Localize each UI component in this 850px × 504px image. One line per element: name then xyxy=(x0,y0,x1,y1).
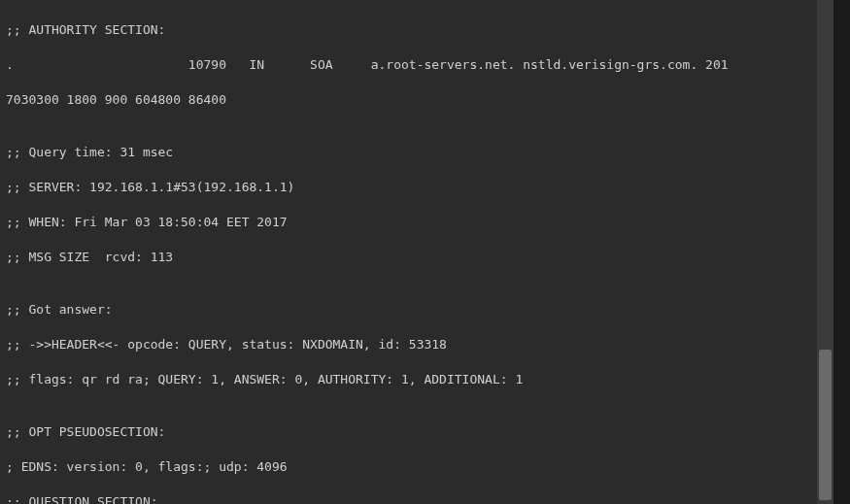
output-line: ;; OPT PSEUDOSECTION: xyxy=(6,423,828,441)
output-line: ;; MSG SIZE rcvd: 113 xyxy=(6,249,828,266)
output-line: ;; flags: qr rd ra; QUERY: 1, ANSWER: 0,… xyxy=(6,371,828,388)
output-line: ;; AUTHORITY SECTION: xyxy=(6,21,828,39)
output-line: 7030300 1800 900 604800 86400 xyxy=(6,91,828,109)
output-line: ;; Query time: 31 msec xyxy=(6,144,828,161)
output-line: ;; WHEN: Fri Mar 03 18:50:04 EET 2017 xyxy=(6,214,828,231)
output-line: ;; Got answer: xyxy=(6,301,828,319)
output-line: ;; QUESTION SECTION: xyxy=(6,493,828,504)
scrollbar-track[interactable] xyxy=(817,0,833,504)
output-line: ; EDNS: version: 0, flags:; udp: 4096 xyxy=(6,458,828,476)
terminal-output[interactable]: ;; AUTHORITY SECTION: . 10790 IN SOA a.r… xyxy=(0,0,833,504)
scrollbar-thumb[interactable] xyxy=(819,350,832,500)
output-line: ;; SERVER: 192.168.1.1#53(192.168.1.1) xyxy=(6,179,828,196)
output-line: ;; ->>HEADER<<- opcode: QUERY, status: N… xyxy=(6,336,828,353)
output-line: . 10790 IN SOA a.root-servers.net. nstld… xyxy=(6,56,828,74)
terminal-window: ;; AUTHORITY SECTION: . 10790 IN SOA a.r… xyxy=(0,0,833,504)
